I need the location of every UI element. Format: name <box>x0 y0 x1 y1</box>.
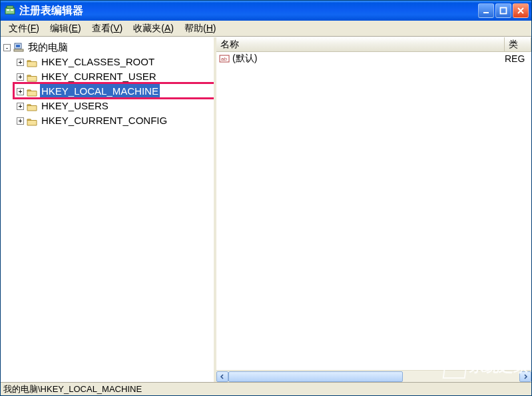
statusbar-path: 我的电脑\HKEY_LOCAL_MACHINE <box>3 383 142 395</box>
window-title: 注册表编辑器 <box>19 4 478 18</box>
tree-pane[interactable]: - 我的电脑 +HKEY_CLASSES_ROOT+HKEY_CURRENT_U… <box>1 37 214 382</box>
titlebar[interactable]: 注册表编辑器 <box>1 1 531 21</box>
folder-icon <box>27 87 37 96</box>
tree-node-label: HKEY_LOCAL_MACHINE <box>40 84 160 99</box>
app-icon <box>5 5 15 16</box>
svg-rect-7 <box>16 45 20 47</box>
svg-rect-4 <box>483 12 489 13</box>
svg-rect-1 <box>7 6 13 8</box>
close-button[interactable] <box>513 3 529 18</box>
column-header-name[interactable]: 名称 <box>216 37 505 51</box>
tree-node-hkey-classes-root[interactable]: +HKEY_CLASSES_ROOT <box>2 55 212 69</box>
svg-rect-3 <box>11 9 13 11</box>
folder-icon <box>27 101 37 111</box>
expand-icon[interactable]: + <box>17 73 24 81</box>
expand-icon[interactable]: + <box>17 117 24 125</box>
tree-root-label: 我的电脑 <box>27 40 69 55</box>
registry-editor-window: 注册表编辑器 文件(F) 编辑(E) 查看(V) 收藏夹(A) 帮助(H) - <box>0 0 532 396</box>
expand-icon[interactable]: + <box>17 103 24 110</box>
list-row[interactable]: ab(默认)REG <box>216 52 531 65</box>
svg-rect-8 <box>14 49 23 51</box>
statusbar: 我的电脑\HKEY_LOCAL_MACHINE <box>1 382 531 395</box>
svg-rect-5 <box>501 8 507 14</box>
scroll-thumb[interactable] <box>228 371 403 382</box>
menu-edit[interactable]: 编辑(E) <box>45 21 87 36</box>
svg-text:ab: ab <box>221 56 227 62</box>
tree-node-label: HKEY_CURRENT_USER <box>40 69 158 84</box>
folder-icon <box>27 72 37 81</box>
tree-node-label: HKEY_CLASSES_ROOT <box>40 55 156 69</box>
window-controls <box>478 3 529 18</box>
cell-name: (默认) <box>232 53 505 65</box>
tree-node-hkey-current-config[interactable]: +HKEY_CURRENT_CONFIG <box>2 113 212 128</box>
registry-tree: - 我的电脑 +HKEY_CLASSES_ROOT+HKEY_CURRENT_U… <box>1 37 214 131</box>
menu-help[interactable]: 帮助(H) <box>179 21 221 36</box>
tree-node-hkey-local-machine[interactable]: +HKEY_LOCAL_MACHINE <box>2 84 212 99</box>
horizontal-scrollbar[interactable] <box>216 370 531 382</box>
tree-root-my-computer[interactable]: - 我的电脑 <box>2 40 212 55</box>
tree-node-hkey-users[interactable]: +HKEY_USERS <box>2 99 212 113</box>
collapse-icon[interactable]: - <box>3 44 11 51</box>
menu-favorites[interactable]: 收藏夹(A) <box>128 21 179 36</box>
scroll-right-button[interactable] <box>519 371 531 382</box>
tree-node-label: HKEY_USERS <box>40 99 110 113</box>
maximize-button[interactable] <box>495 3 511 18</box>
client-area: - 我的电脑 +HKEY_CLASSES_ROOT+HKEY_CURRENT_U… <box>1 37 531 382</box>
folder-icon <box>27 57 37 67</box>
scroll-left-button[interactable] <box>216 371 228 382</box>
svg-rect-2 <box>7 9 9 11</box>
expand-icon[interactable]: + <box>17 88 24 95</box>
computer-icon <box>13 42 24 53</box>
expand-icon[interactable]: + <box>17 59 24 66</box>
column-header-type[interactable]: 类 <box>505 37 531 51</box>
string-value-icon: ab <box>219 54 230 63</box>
folder-icon <box>27 116 37 125</box>
minimize-button[interactable] <box>478 3 494 18</box>
menubar: 文件(F) 编辑(E) 查看(V) 收藏夹(A) 帮助(H) <box>1 21 531 37</box>
menu-view[interactable]: 查看(V) <box>87 21 129 36</box>
list-header: 名称 类 <box>216 37 531 52</box>
tree-node-label: HKEY_CURRENT_CONFIG <box>40 113 168 128</box>
menu-file[interactable]: 文件(F) <box>3 21 45 36</box>
scroll-track[interactable] <box>228 371 519 382</box>
svg-rect-0 <box>5 8 15 14</box>
list-body[interactable]: ab(默认)REG <box>216 52 531 370</box>
cell-type: REG <box>505 53 531 64</box>
tree-node-hkey-current-user[interactable]: +HKEY_CURRENT_USER <box>2 69 212 84</box>
list-pane: 名称 类 ab(默认)REG <box>216 37 531 382</box>
